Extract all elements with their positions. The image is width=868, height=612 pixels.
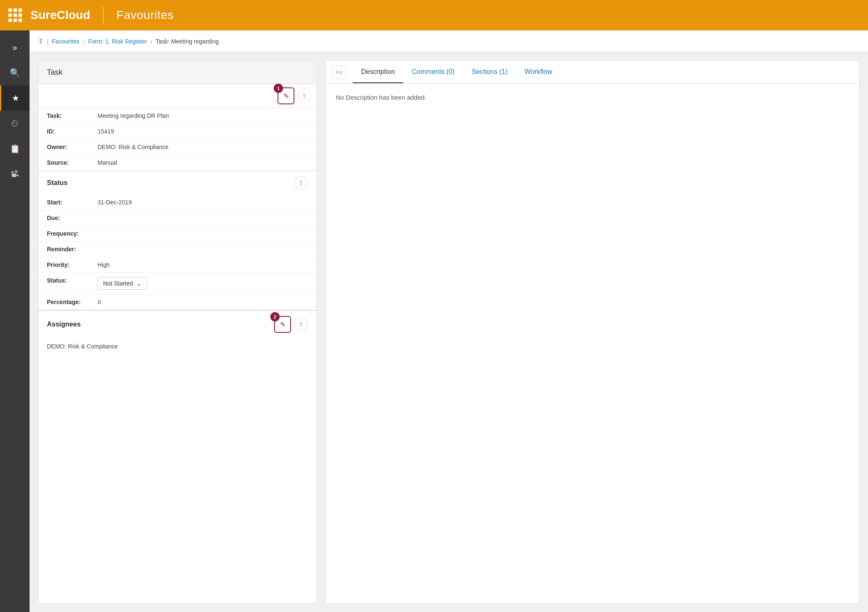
field-label-percentage: Percentage:	[47, 299, 98, 305]
field-label-owner: Owner:	[47, 144, 98, 150]
task-panel: Task 1 ✎ ⇧ Task: Meeting regarding DR Pl…	[38, 61, 317, 604]
expand-icon: »	[12, 43, 17, 52]
tab-comments[interactable]: Comments (0)	[403, 61, 463, 83]
sidebar-item-screen[interactable]: 📽	[0, 161, 30, 187]
assignees-header: Assignees 2 ✎ ⇧	[38, 310, 316, 338]
status-dropdown[interactable]: Not Started ⌄	[98, 277, 147, 290]
screen-icon: 📽	[11, 169, 19, 179]
field-label-task: Task:	[47, 112, 98, 119]
field-start: Start: 31-Dec-2019	[38, 195, 316, 210]
main-content: Task 1 ✎ ⇧ Task: Meeting regarding DR Pl…	[30, 52, 868, 612]
badge-1: 1	[274, 84, 283, 93]
status-section-header: Status ⇧	[38, 171, 316, 195]
chevron-icon-1: ⇧	[302, 92, 307, 99]
chevron-up-assignees[interactable]: ⇧	[294, 318, 308, 331]
app-header: SureCloud Favourites	[0, 0, 868, 30]
tab-sections-label: Sections (1)	[471, 68, 507, 75]
field-task: Task: Meeting regarding DR Plan	[38, 108, 316, 124]
breadcrumb-current: Task: Meeting regarding	[156, 38, 219, 45]
field-owner: Owner: DEMO: Risk & Compliance	[38, 139, 316, 155]
assignee-value: DEMO: Risk & Compliance	[38, 338, 316, 355]
field-label-status: Status:	[47, 277, 98, 284]
section-name: Favourites	[117, 8, 174, 22]
header-divider	[103, 7, 104, 24]
badge-2: 2	[270, 312, 280, 321]
field-status: Status: Not Started ⌄	[38, 273, 316, 294]
edit-button-2[interactable]: 2 ✎	[274, 316, 291, 333]
field-value-id: 15419	[98, 128, 114, 135]
field-value-percentage: 0	[98, 299, 101, 305]
field-due: Due:	[38, 210, 316, 226]
edit-button-1[interactable]: 1 ✎	[278, 87, 294, 104]
tab-sections[interactable]: Sections (1)	[463, 61, 516, 83]
field-reminder: Reminder:	[38, 242, 316, 257]
sidebar-item-expand[interactable]: »	[0, 35, 30, 60]
breadcrumb-form[interactable]: Form: 1. Risk Register	[88, 38, 147, 45]
field-id: ID: 15419	[38, 124, 316, 139]
description-text: No Description has been added.	[336, 94, 426, 101]
field-value-source: Manual	[98, 159, 117, 166]
field-frequency: Frequency:	[38, 226, 316, 242]
breadcrumb-up-icon[interactable]: ⇧	[38, 37, 44, 45]
chevron-up-status[interactable]: ⇧	[294, 176, 308, 190]
field-value-priority: High	[98, 261, 110, 268]
breadcrumb-arrow-2: ›	[150, 38, 152, 45]
breadcrumb-separator: |	[47, 38, 49, 45]
clock-icon: ⏲	[11, 119, 19, 128]
assignees-title: Assignees	[47, 321, 81, 328]
breadcrumb-arrow-1: ›	[83, 38, 85, 45]
field-label-frequency: Frequency:	[47, 230, 98, 237]
field-percentage: Percentage: 0	[38, 294, 316, 310]
status-section-title: Status	[47, 179, 68, 187]
sidebar: » 🔍 ★ ⏲ 📋 📽	[0, 30, 30, 612]
field-label-source: Source:	[47, 159, 98, 166]
breadcrumb-favourites[interactable]: Favourites	[52, 38, 79, 45]
task-edit-row: 1 ✎ ⇧	[38, 84, 316, 108]
dropdown-chevron-icon: ⌄	[136, 280, 141, 287]
assignees-section: Assignees 2 ✎ ⇧ DEMO: Risk & Compliance	[38, 310, 316, 355]
field-label-reminder: Reminder:	[47, 246, 98, 253]
status-dropdown-value: Not Started	[103, 280, 133, 287]
favourites-icon: ★	[12, 93, 19, 103]
chevron-up-1[interactable]: ⇧	[298, 89, 311, 103]
task-fields: Task: Meeting regarding DR Plan ID: 1541…	[38, 108, 316, 171]
status-fields: Start: 31-Dec-2019 Due: Frequency: Remin…	[38, 195, 316, 310]
search-icon: 🔍	[10, 68, 20, 78]
tab-description[interactable]: Description	[353, 61, 403, 83]
edit-icon-2: ✎	[280, 321, 286, 329]
field-value-task: Meeting regarding DR Plan	[98, 112, 169, 119]
tab-description-label: Description	[361, 68, 395, 75]
sidebar-item-clock[interactable]: ⏲	[0, 111, 30, 136]
field-label-due: Due:	[47, 215, 98, 221]
tab-workflow-label: Workflow	[525, 68, 552, 75]
right-panel: << Description Comments (0) Sections (1)…	[325, 61, 860, 604]
field-value-owner: DEMO: Risk & Compliance	[98, 144, 169, 150]
collapse-icon: <<	[336, 69, 343, 76]
collapse-button[interactable]: <<	[332, 65, 346, 79]
tab-workflow[interactable]: Workflow	[516, 61, 561, 83]
chevron-icon-assignees: ⇧	[299, 321, 304, 328]
app-name: SureCloud	[30, 8, 90, 22]
calendar-icon: 📋	[10, 144, 20, 154]
field-source: Source: Manual	[38, 155, 316, 171]
sidebar-item-search[interactable]: 🔍	[0, 60, 30, 85]
sidebar-item-favourites[interactable]: ★	[0, 85, 30, 111]
field-label-start: Start:	[47, 199, 98, 206]
field-label-priority: Priority:	[47, 261, 98, 268]
field-label-id: ID:	[47, 128, 98, 135]
edit-icon-1: ✎	[283, 92, 289, 100]
description-content: No Description has been added.	[326, 84, 859, 111]
field-value-start: 31-Dec-2019	[98, 199, 132, 206]
right-panel-tabs: << Description Comments (0) Sections (1)…	[326, 61, 859, 84]
sidebar-item-calendar[interactable]: 📋	[0, 136, 30, 161]
grid-icon[interactable]	[8, 8, 22, 22]
tab-comments-label: Comments (0)	[412, 68, 454, 75]
breadcrumb: ⇧ | Favourites › Form: 1. Risk Register …	[30, 30, 868, 52]
chevron-icon-status: ⇧	[299, 180, 304, 186]
task-panel-title: Task	[38, 61, 316, 84]
field-priority: Priority: High	[38, 257, 316, 273]
